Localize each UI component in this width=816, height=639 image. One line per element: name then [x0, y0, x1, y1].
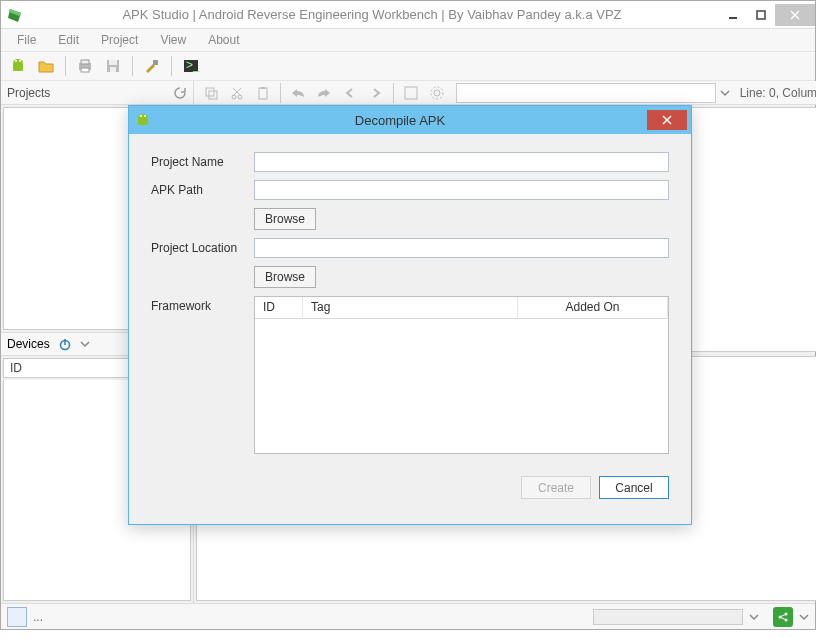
- dialog-titlebar[interactable]: Decompile APK: [129, 106, 691, 134]
- svg-text:>_: >_: [186, 58, 200, 72]
- framework-col-added[interactable]: Added On: [518, 297, 668, 318]
- devices-chevron-down-icon[interactable]: [80, 339, 90, 349]
- framework-label: Framework: [151, 296, 246, 313]
- paste-icon[interactable]: [252, 82, 274, 104]
- framework-col-tag[interactable]: Tag: [303, 297, 518, 318]
- statusbar-view-toggle[interactable]: [7, 607, 27, 627]
- apk-browse-button[interactable]: Browse: [254, 208, 316, 230]
- projects-refresh-icon[interactable]: [173, 86, 187, 100]
- menu-about[interactable]: About: [198, 31, 249, 49]
- menubar: File Edit Project View About: [1, 29, 815, 51]
- project-name-label: Project Name: [151, 155, 246, 169]
- toolbar-divider: [393, 83, 394, 103]
- svg-rect-28: [405, 87, 417, 99]
- create-button[interactable]: Create: [521, 476, 591, 499]
- apk-path-input[interactable]: [254, 180, 669, 200]
- svg-rect-21: [209, 91, 217, 99]
- menu-edit[interactable]: Edit: [48, 31, 89, 49]
- svg-line-37: [780, 617, 786, 620]
- window-controls: [719, 4, 815, 26]
- framework-table-header: ID Tag Added On: [255, 297, 668, 319]
- undo-icon[interactable]: [287, 82, 309, 104]
- app-icon: [5, 7, 25, 23]
- svg-point-39: [140, 115, 142, 117]
- main-toolbar: >_: [1, 51, 815, 81]
- projects-label: Projects: [7, 86, 50, 100]
- svg-line-36: [780, 614, 786, 617]
- svg-rect-2: [729, 17, 737, 19]
- apk-path-row: APK Path: [151, 180, 669, 200]
- settings-icon[interactable]: [426, 82, 448, 104]
- menu-project[interactable]: Project: [91, 31, 148, 49]
- toolbar-divider: [280, 83, 281, 103]
- toolbar-divider: [171, 56, 172, 76]
- svg-point-40: [144, 115, 146, 117]
- search-dropdown-icon[interactable]: [720, 88, 730, 98]
- cancel-button[interactable]: Cancel: [599, 476, 669, 499]
- project-name-input[interactable]: [254, 152, 669, 172]
- decompile-apk-dialog: Decompile APK Project Name APK Path Brow…: [128, 105, 692, 525]
- search-input[interactable]: [456, 83, 716, 103]
- terminal-icon[interactable]: >_: [180, 55, 202, 77]
- toolbar-divider: [132, 56, 133, 76]
- framework-col-id[interactable]: ID: [255, 297, 303, 318]
- svg-rect-26: [259, 88, 267, 99]
- cursor-position: Line: 0, Column: 0: [740, 86, 816, 100]
- project-location-input[interactable]: [254, 238, 669, 258]
- nav-back-icon[interactable]: [339, 82, 361, 104]
- svg-rect-20: [206, 88, 214, 96]
- statusbar: ...: [1, 603, 815, 629]
- dialog-title: Decompile APK: [153, 113, 647, 128]
- dialog-body: Project Name APK Path Browse Project Loc…: [129, 134, 691, 466]
- framework-row: Framework ID Tag Added On: [151, 296, 669, 454]
- svg-point-29: [434, 90, 440, 96]
- dialog-button-bar: Create Cancel: [129, 466, 691, 513]
- checkbox-icon[interactable]: [400, 82, 422, 104]
- dialog-android-icon: [133, 112, 153, 128]
- build-icon[interactable]: [141, 55, 163, 77]
- location-browse-row: Browse: [254, 266, 669, 288]
- android-icon[interactable]: [7, 55, 29, 77]
- minimize-button[interactable]: [719, 4, 747, 26]
- svg-rect-10: [81, 60, 89, 64]
- project-name-row: Project Name: [151, 152, 669, 172]
- menu-view[interactable]: View: [150, 31, 196, 49]
- apk-path-label: APK Path: [151, 183, 246, 197]
- cut-icon[interactable]: [226, 82, 248, 104]
- apk-browse-row: Browse: [254, 208, 669, 230]
- copy-icon[interactable]: [200, 82, 222, 104]
- statusbar-text: ...: [33, 610, 43, 624]
- svg-rect-27: [261, 87, 265, 89]
- print-icon[interactable]: [74, 55, 96, 77]
- share-chevron-down-icon[interactable]: [799, 612, 809, 622]
- redo-icon[interactable]: [313, 82, 335, 104]
- maximize-button[interactable]: [747, 4, 775, 26]
- folder-open-icon[interactable]: [35, 55, 57, 77]
- editor-toolbar: Line: 0, Column: 0: [194, 81, 816, 105]
- main-titlebar: APK Studio | Android Reverse Engineering…: [1, 1, 815, 29]
- project-location-row: Project Location: [151, 238, 669, 258]
- svg-point-7: [15, 60, 17, 62]
- location-browse-button[interactable]: Browse: [254, 266, 316, 288]
- svg-rect-6: [13, 63, 23, 71]
- app-title: APK Studio | Android Reverse Engineering…: [25, 7, 719, 22]
- svg-rect-11: [81, 68, 89, 72]
- toolbar-divider: [65, 56, 66, 76]
- power-icon[interactable]: [58, 337, 72, 351]
- projects-header: Projects: [1, 81, 193, 105]
- svg-rect-38: [138, 118, 148, 125]
- close-button[interactable]: [775, 4, 815, 26]
- save-icon[interactable]: [102, 55, 124, 77]
- devices-label: Devices: [7, 337, 50, 351]
- share-button[interactable]: [773, 607, 793, 627]
- progress-bar: [593, 609, 743, 625]
- svg-rect-14: [110, 67, 116, 72]
- svg-rect-13: [109, 60, 117, 65]
- menu-file[interactable]: File: [7, 31, 46, 49]
- nav-forward-icon[interactable]: [365, 82, 387, 104]
- dialog-close-button[interactable]: [647, 110, 687, 130]
- statusbar-chevron-down-icon[interactable]: [749, 612, 759, 622]
- framework-table[interactable]: ID Tag Added On: [254, 296, 669, 454]
- svg-point-30: [431, 87, 443, 99]
- svg-rect-3: [757, 11, 765, 19]
